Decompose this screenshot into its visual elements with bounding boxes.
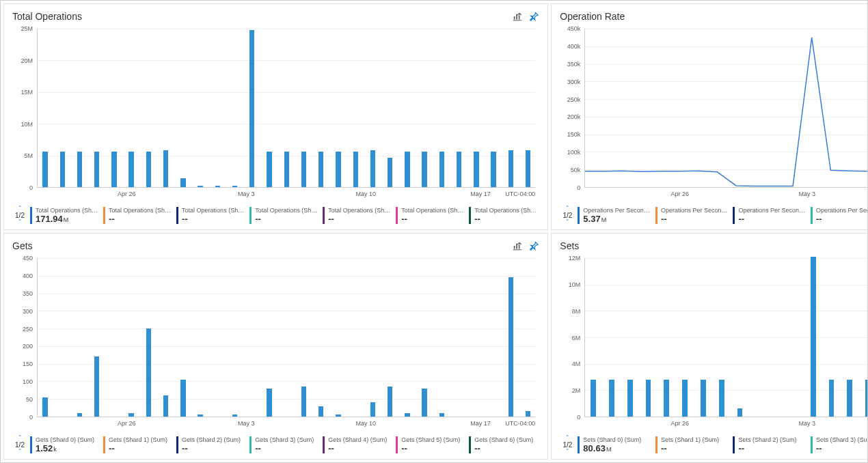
legend-pager[interactable]: ˄ 1/2 ˅: [12, 206, 27, 225]
bars: [38, 258, 535, 417]
chart-area[interactable]: 05M10M15M20M25M UTC-04:00 Apr 26May 3May…: [12, 26, 539, 203]
y-tick-label: 12M: [569, 255, 581, 262]
chart-area[interactable]: 050100150200250300350400450 UTC-04:00 Ap…: [12, 255, 539, 432]
legend-label: Gets (Shard 3) (Sum): [255, 436, 317, 443]
legend-item[interactable]: Operations Per Secon…--: [808, 206, 868, 225]
pager-down-icon[interactable]: ˅: [566, 449, 569, 455]
bar: [829, 380, 835, 417]
bar: [474, 152, 478, 187]
legend-swatch: [176, 207, 178, 224]
metrics-icon[interactable]: [512, 240, 523, 251]
legend-items: Gets (Shard 0) (Sum)1.52kGets (Shard 1) …: [27, 435, 539, 455]
pager-down-icon[interactable]: ˅: [18, 449, 22, 455]
bar: [42, 152, 47, 187]
x-axis-labels: UTC-04:00 Apr 26May 3May 10May 17: [37, 189, 535, 203]
legend-item[interactable]: Sets (Shard 2) (Sum)--: [730, 435, 808, 455]
legend-item[interactable]: Gets (Shard 2) (Sum)--: [174, 435, 247, 455]
bar: [422, 389, 426, 417]
y-tick-label: 50: [26, 396, 33, 403]
legend-item[interactable]: Sets (Shard 0) (Sum)80.63M: [575, 435, 653, 455]
y-tick-label: 5M: [24, 152, 33, 159]
legend-item[interactable]: Total Operations (Sh…--: [393, 206, 466, 225]
y-tick-label: 250: [23, 326, 33, 333]
legend-label: Total Operations (Sh…: [474, 207, 537, 214]
legend: ˄ 1/2 ˅ Gets (Shard 0) (Sum)1.52kGets (S…: [12, 435, 539, 455]
bar: [336, 152, 340, 187]
chart-area[interactable]: 02M4M6M8M10M12M UTC-04:00 Apr 26May 3May…: [560, 255, 868, 432]
bar: [811, 257, 816, 417]
pager-up-icon[interactable]: ˄: [18, 206, 22, 212]
legend-item[interactable]: Total Operations (Sh…--: [174, 206, 247, 225]
legend-item[interactable]: Total Operations (Sh…--: [320, 206, 393, 225]
legend: ˄ 1/2 ˅ Total Operations (Sh…171.94MTota…: [12, 206, 539, 225]
bar: [627, 380, 633, 417]
panel-header: Gets: [12, 240, 539, 251]
legend-label: Gets (Shard 4) (Sum): [328, 436, 390, 443]
bar: [215, 186, 220, 187]
metrics-icon[interactable]: [512, 11, 523, 22]
legend-item[interactable]: Total Operations (Sh…--: [466, 206, 539, 225]
y-tick-label: 400k: [567, 43, 581, 50]
legend-pager[interactable]: ˄ 1/2 ˅: [560, 435, 575, 455]
legend-item[interactable]: Sets (Shard 3) (Sum)--: [808, 435, 868, 455]
y-tick-label: 150: [23, 361, 33, 367]
legend-pager[interactable]: ˄ 1/2 ˅: [12, 435, 27, 455]
pager-up-icon[interactable]: ˄: [18, 435, 22, 441]
y-tick-label: 200k: [567, 113, 581, 120]
legend-swatch: [655, 207, 657, 224]
legend-label: Sets (Shard 0) (Sum): [583, 436, 650, 443]
legend-label: Total Operations (Sh…: [401, 207, 463, 214]
bar: [847, 380, 852, 417]
pager-up-icon[interactable]: ˄: [566, 206, 569, 212]
y-tick-label: 6M: [572, 335, 581, 341]
pager-down-icon[interactable]: ˅: [18, 219, 22, 225]
legend-item[interactable]: Gets (Shard 4) (Sum)--: [320, 435, 393, 455]
panel-header: Operation Rate: [560, 11, 868, 22]
legend-item[interactable]: Gets (Shard 1) (Sum)--: [100, 435, 174, 455]
legend-item[interactable]: Sets (Shard 1) (Sum)--: [653, 435, 731, 455]
bar: [318, 406, 323, 417]
chart-area[interactable]: 050k100k150k200k250k300k350k400k450k UTC…: [560, 26, 868, 203]
legend-swatch: [249, 207, 252, 224]
panel-actions: [512, 240, 539, 251]
legend-item[interactable]: Operations Per Secon…--: [730, 206, 808, 225]
legend-value: --: [816, 214, 868, 224]
legend-item[interactable]: Operations Per Secon…5.37M: [575, 206, 653, 225]
pager-up-icon[interactable]: ˄: [566, 435, 569, 441]
bar: [232, 415, 237, 417]
legend-item[interactable]: Gets (Shard 6) (Sum)--: [466, 435, 539, 455]
pin-icon[interactable]: [528, 11, 539, 22]
bar: [682, 380, 688, 417]
legend-pager[interactable]: ˄ 1/2 ˅: [560, 206, 575, 225]
legend-item[interactable]: Gets (Shard 5) (Sum)--: [393, 435, 466, 455]
y-tick-label: 350k: [567, 61, 581, 68]
x-tick-label: May 3: [238, 191, 255, 197]
pin-icon[interactable]: [528, 240, 539, 251]
legend-item[interactable]: Total Operations (Sh…171.94M: [27, 206, 100, 225]
legend-value: --: [109, 214, 171, 224]
bar: [111, 152, 116, 187]
bar: [701, 380, 706, 417]
legend-item[interactable]: Total Operations (Sh…--: [247, 206, 320, 225]
y-axis-labels: 02M4M6M8M10M12M: [560, 258, 583, 417]
legend-label: Operations Per Secon…: [583, 207, 650, 214]
legend-item[interactable]: Gets (Shard 3) (Sum)--: [247, 435, 320, 455]
bar: [301, 387, 306, 417]
y-tick-label: 450k: [567, 25, 581, 32]
y-tick-label: 450: [23, 255, 33, 262]
plot-region: [584, 258, 868, 417]
legend-item[interactable]: Operations Per Secon…--: [653, 206, 731, 225]
bar: [128, 152, 133, 187]
y-tick-label: 15M: [21, 89, 33, 96]
y-tick-label: 25M: [21, 25, 33, 32]
y-tick-label: 0: [29, 184, 33, 191]
y-tick-label: 4M: [572, 361, 581, 367]
legend-item[interactable]: Total Operations (Sh…--: [100, 206, 174, 225]
legend-item[interactable]: Gets (Shard 0) (Sum)1.52k: [27, 435, 100, 455]
legend-swatch: [578, 436, 580, 453]
bar: [198, 186, 202, 187]
panel-title: Gets: [12, 240, 33, 251]
bar: [439, 413, 444, 417]
pager-down-icon[interactable]: ˅: [566, 219, 569, 225]
bar: [42, 397, 47, 417]
